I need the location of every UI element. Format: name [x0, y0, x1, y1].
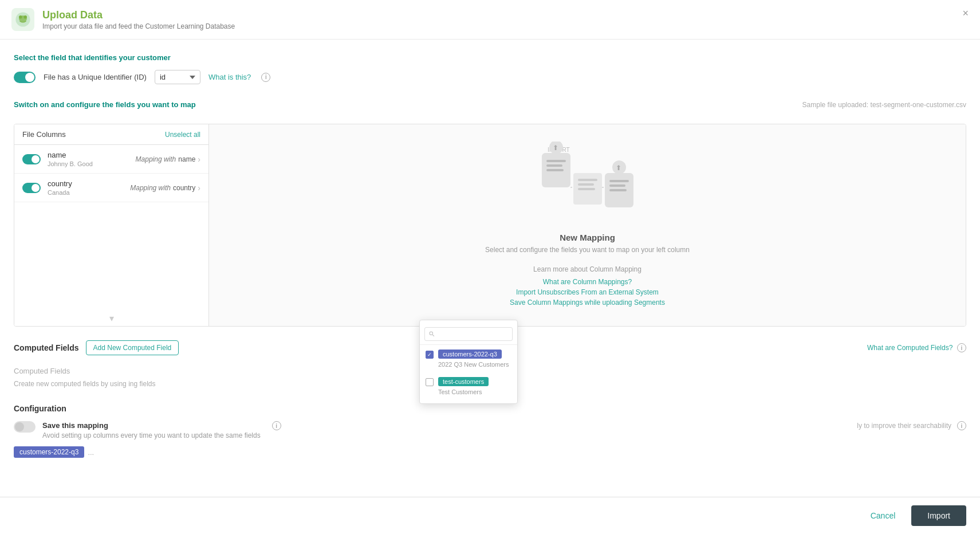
computed-desc-1: Create new computed fields by using: [14, 380, 127, 388]
svg-point-2: [19, 15, 22, 19]
scroll-down-icon: ▾: [109, 313, 114, 324]
import-unsubscribes-link[interactable]: Import Unsubscribes From an External Sys…: [510, 288, 665, 296]
field-list: name Johnny B. Good Mapping with name ›: [14, 145, 208, 311]
import-button[interactable]: Import: [911, 505, 966, 526]
svg-rect-5: [546, 160, 566, 162]
app-logo: [11, 8, 34, 31]
learn-more-text: Learn more about Column Mapping: [533, 265, 641, 273]
field-toggle-country[interactable]: [22, 183, 41, 193]
field-info-name: name Johnny B. Good: [48, 151, 136, 167]
svg-rect-13: [578, 183, 594, 186]
cancel-button[interactable]: Cancel: [861, 506, 905, 525]
uid-toggle[interactable]: [14, 72, 36, 83]
save-mapping-label: Save this mapping: [42, 421, 261, 430]
column-mappings-link[interactable]: What are Column Mappings?: [510, 278, 665, 286]
sample-file-info: Sample file uploaded: test-segment-one-c…: [802, 100, 966, 109]
file-columns-title: File Columns: [22, 130, 66, 139]
svg-rect-12: [578, 179, 597, 181]
svg-rect-18: [609, 180, 629, 182]
right-panel: IMPORT ⬆: [209, 124, 966, 326]
searchability-info-icon[interactable]: i: [957, 421, 966, 430]
field-info-country: country Canada: [48, 179, 130, 196]
svg-rect-20: [609, 189, 627, 191]
chevron-right-icon-country: ›: [198, 183, 200, 193]
left-panel: File Columns Unselect all name Johnny B.…: [14, 124, 209, 326]
header-text: Upload Data Import your data file and fe…: [42, 9, 235, 30]
uid-label: File has a Unique Identifier (ID): [44, 73, 147, 81]
sample-file-prefix: Sample file uploaded:: [802, 101, 868, 109]
field-mapping-name: Mapping with name ›: [136, 155, 200, 164]
save-column-mappings-link[interactable]: Save Column Mappings while uploading Seg…: [510, 299, 665, 307]
what-is-link[interactable]: What is this?: [208, 73, 251, 81]
computed-fields-header: Computed Fields Add New Computed Field W…: [14, 340, 966, 355]
scroll-indicator: ▾: [14, 311, 208, 326]
config-row: Save this mapping Avoid setting up colum…: [14, 421, 966, 439]
computed-empty-desc: Create new computed fields by using ing …: [14, 380, 966, 388]
field-toggle-name[interactable]: [22, 154, 41, 164]
configuration-section: Configuration Save this mapping Avoid se…: [14, 404, 966, 465]
mapping-illustration: IMPORT ⬆: [536, 142, 639, 223]
field-mapping-label-name: Mapping with: [136, 155, 176, 163]
save-mapping-desc: Avoid setting up columns every time you …: [42, 431, 261, 439]
field-value-country: Canada: [48, 189, 130, 196]
config-title: Configuration: [14, 404, 966, 413]
mapping-section-header: Switch on and configure the fields you w…: [14, 100, 966, 117]
app-subtitle: Import your data file and feed the Custo…: [42, 22, 235, 30]
mapping-section-title: Switch on and configure the fields you w…: [14, 100, 196, 109]
computed-fields-left: Computed Fields Add New Computed Field: [14, 340, 179, 355]
computed-empty-text: Computed Fields: [14, 362, 966, 380]
field-value-name: Johnny B. Good: [48, 160, 136, 167]
mapping-links: What are Column Mappings? Import Unsubsc…: [510, 278, 665, 309]
svg-point-3: [23, 15, 27, 19]
chevron-right-icon: ›: [198, 155, 200, 164]
add-new-computed-field-button[interactable]: Add New Computed Field: [86, 340, 179, 355]
uid-select[interactable]: id email phone: [155, 70, 200, 84]
searchability-text: ly to improve their searchability i: [857, 421, 966, 430]
segment-tag-customers[interactable]: customers-2022-q3: [14, 446, 84, 458]
svg-rect-19: [609, 184, 625, 187]
svg-rect-6: [546, 164, 562, 167]
field-mapping-value-country: country: [173, 184, 195, 192]
two-panel: File Columns Unselect all name Johnny B.…: [14, 124, 966, 327]
computed-fields-title: Computed Fields: [14, 343, 79, 352]
computed-fields-text: Computed Fields: [14, 367, 70, 375]
save-mapping-info-icon[interactable]: i: [272, 421, 281, 430]
header: Upload Data Import your data file and fe…: [0, 0, 980, 40]
unselect-all-link[interactable]: Unselect all: [165, 131, 200, 139]
uid-section-title: Select the field that identifies your cu…: [14, 53, 966, 62]
what-computed-link[interactable]: What are Computed Fields?: [867, 344, 953, 352]
save-mapping-toggle[interactable]: [14, 421, 36, 433]
computed-fields-section: Computed Fields Add New Computed Field W…: [14, 340, 966, 388]
field-name-country: country: [48, 179, 130, 188]
sample-file-name: test-segment-one-customer.csv: [871, 101, 966, 109]
field-mapping-label-country: Mapping with: [130, 184, 171, 192]
what-are-computed-fields: What are Computed Fields? i: [867, 343, 966, 353]
svg-rect-14: [578, 188, 595, 190]
computed-fields-info-icon[interactable]: i: [957, 343, 966, 352]
svg-text:⬆: ⬆: [553, 144, 558, 152]
field-name-name: name: [48, 151, 136, 159]
list-item[interactable]: name Johnny B. Good Mapping with name ›: [14, 145, 208, 174]
new-mapping-title: New Mapping: [560, 233, 615, 242]
field-mapping-country: Mapping with country ›: [130, 183, 200, 193]
config-text: Save this mapping Avoid setting up colum…: [42, 421, 261, 439]
list-item[interactable]: country Canada Mapping with country ›: [14, 174, 208, 202]
segment-tags-area: customers-2022-q3 ...: [14, 439, 966, 465]
close-button[interactable]: ×: [962, 8, 969, 18]
svg-rect-7: [546, 169, 564, 171]
field-mapping-value-name: name: [178, 155, 195, 163]
footer: Cancel Import: [0, 497, 980, 534]
searchability-desc: ly to improve their searchability: [857, 422, 951, 430]
uid-info-icon[interactable]: i: [261, 73, 270, 82]
main-content: Select the field that identifies your cu…: [0, 40, 980, 478]
app-title: Upload Data: [42, 9, 235, 21]
computed-area: Computed Fields Create new computed fiel…: [14, 362, 966, 388]
uid-row: File has a Unique Identifier (ID) id ema…: [14, 70, 966, 84]
svg-text:⬆: ⬆: [616, 164, 621, 172]
segment-more: ...: [88, 448, 94, 457]
page-wrapper: Upload Data Import your data file and fe…: [0, 0, 980, 534]
computed-desc-2: ing fields: [128, 380, 155, 388]
new-mapping-subtitle: Select and configure the fields you want…: [485, 246, 690, 254]
file-columns-header: File Columns Unselect all: [14, 124, 208, 145]
